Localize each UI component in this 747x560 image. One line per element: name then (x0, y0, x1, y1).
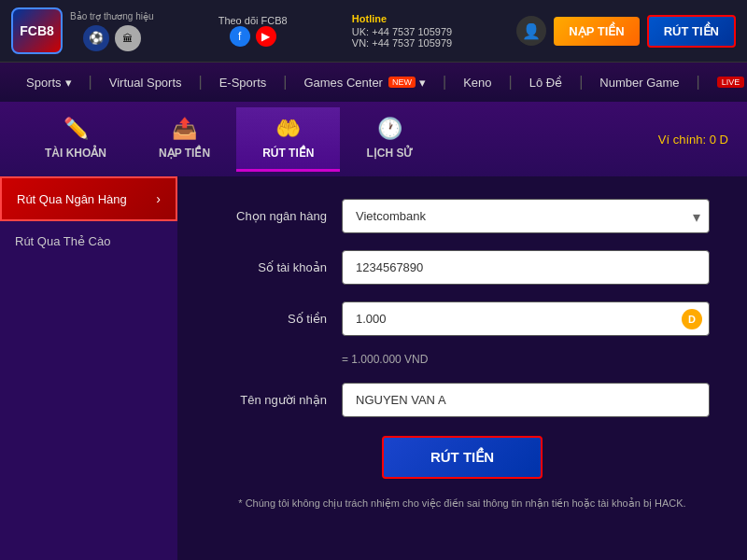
top-right: 👤 NẠP TIỀN RÚT TIỀN (516, 15, 736, 48)
nav-divider-6: | (579, 74, 583, 91)
user-icon[interactable]: 👤 (516, 16, 546, 46)
wallet-display: Ví chính: 0 D (658, 133, 728, 147)
nap-tien-icon: 📤 (172, 117, 197, 141)
nav-divider-4: | (443, 74, 446, 91)
rut-tien-icon: 🤲 (275, 117, 301, 141)
tab-nap-tien[interactable]: 📤 NẠP TIỀN (133, 107, 236, 172)
content-area: Rút Qua Ngân Hàng › Rút Qua Thẻ Cào Chọn… (0, 176, 747, 560)
follow-section: Theo dõi FCB8 f ▶ (218, 15, 288, 47)
amount-badge: D (682, 309, 702, 329)
sidebar-item-card[interactable]: Rút Qua Thẻ Cào (0, 221, 177, 261)
sidebar: Rút Qua Ngân Hàng › Rút Qua Thẻ Cào (0, 176, 177, 560)
youtube-icon[interactable]: ▶ (256, 26, 276, 47)
nav-divider-1: | (89, 74, 92, 91)
lich-su-icon: 🕐 (377, 117, 402, 141)
amount-label: Số tiền (215, 312, 327, 326)
hotline-section: Hotline UK: +44 7537 105979 VN: +44 7537… (352, 13, 452, 49)
tab-rut-tien[interactable]: 🤲 RÚT TIỀN (236, 107, 340, 172)
tabs-section: ✏️ TÀI KHOẢN 📤 NẠP TIỀN 🤲 RÚT TIỀN 🕐 LỊC… (0, 102, 747, 176)
nav-number-game[interactable]: Number Game (588, 68, 690, 97)
bank-label: Chọn ngân hàng (215, 209, 327, 223)
amount-row: Số tiền D (215, 301, 710, 336)
new-badge: NEW (388, 77, 416, 88)
hotline-title: Hotline (352, 13, 452, 24)
account-input[interactable] (342, 250, 710, 285)
hotline-uk: UK: +44 7537 105979 (352, 26, 452, 37)
amount-note: = 1.000.000 VND (342, 353, 710, 366)
disclaimer-text: * Chúng tôi không chịu trách nhiệm cho v… (215, 497, 710, 510)
top-bar: FCB8 Bảo trợ thương hiệu ⚽ 🏛 Theo dõi FC… (0, 0, 747, 63)
bank-row: Chọn ngân hàng Vietcombank ▾ (215, 199, 710, 233)
nav-sports[interactable]: Sports ▾ (15, 68, 83, 97)
amount-input[interactable] (342, 301, 710, 336)
sidebar-item-bank[interactable]: Rút Qua Ngân Hàng › (0, 176, 177, 221)
recipient-row: Tên người nhận (215, 383, 710, 417)
recipient-label: Tên người nhận (215, 393, 327, 407)
account-label: Số tài khoản (215, 260, 327, 274)
tab-tai-khoan[interactable]: ✏️ TÀI KHOẢN (19, 107, 133, 172)
live-badge: LIVE (717, 77, 745, 88)
nav-divider-7: | (697, 74, 700, 91)
recipient-input[interactable] (342, 383, 710, 417)
logo-area: FCB8 Bảo trợ thương hiệu ⚽ 🏛 (11, 7, 153, 54)
main-form: Chọn ngân hàng Vietcombank ▾ Số tài khoả… (177, 176, 747, 560)
follow-label: Theo dõi FCB8 (218, 15, 288, 26)
nav-lo-de[interactable]: Lô Đề (518, 68, 573, 97)
facebook-icon[interactable]: f (230, 26, 250, 47)
nav-bar: Sports ▾ | Virtual Sports | E-Sports | G… (0, 63, 747, 102)
submit-button[interactable]: RÚT TIỀN (382, 436, 543, 479)
barcelona-icon: ⚽ (83, 25, 109, 51)
chevron-right-icon: › (156, 191, 161, 206)
tai-khoan-icon: ✏️ (63, 117, 89, 141)
sponsor-label: Bảo trợ thương hiệu (70, 11, 153, 21)
rut-tien-header-button[interactable]: RÚT TIỀN (647, 15, 736, 48)
bank-select-wrapper: Vietcombank ▾ (342, 199, 710, 233)
nav-divider-2: | (199, 74, 203, 91)
account-row: Số tài khoản (215, 250, 710, 285)
hotline-vn: VN: +44 7537 105979 (352, 37, 452, 49)
nav-esports[interactable]: E-Sports (208, 68, 278, 97)
wallet-value: 0 D (710, 133, 728, 147)
logo: FCB8 (11, 7, 63, 54)
nap-tien-button[interactable]: NẠP TIỀN (554, 17, 639, 46)
nav-virtual-sports[interactable]: Virtual Sports (98, 68, 193, 97)
nav-keno[interactable]: Keno (452, 68, 502, 97)
nav-games-center[interactable]: Games Center NEW ▾ (292, 68, 437, 97)
amount-wrapper: D (342, 301, 710, 336)
partner-icon: 🏛 (115, 25, 141, 51)
nav-divider-3: | (283, 74, 287, 91)
tab-lich-su[interactable]: 🕐 LỊCH SỬ (340, 107, 439, 172)
bank-select[interactable]: Vietcombank (342, 199, 710, 233)
nav-divider-5: | (509, 74, 513, 91)
nav-casino[interactable]: LIVE Casino ▾ (706, 68, 747, 97)
